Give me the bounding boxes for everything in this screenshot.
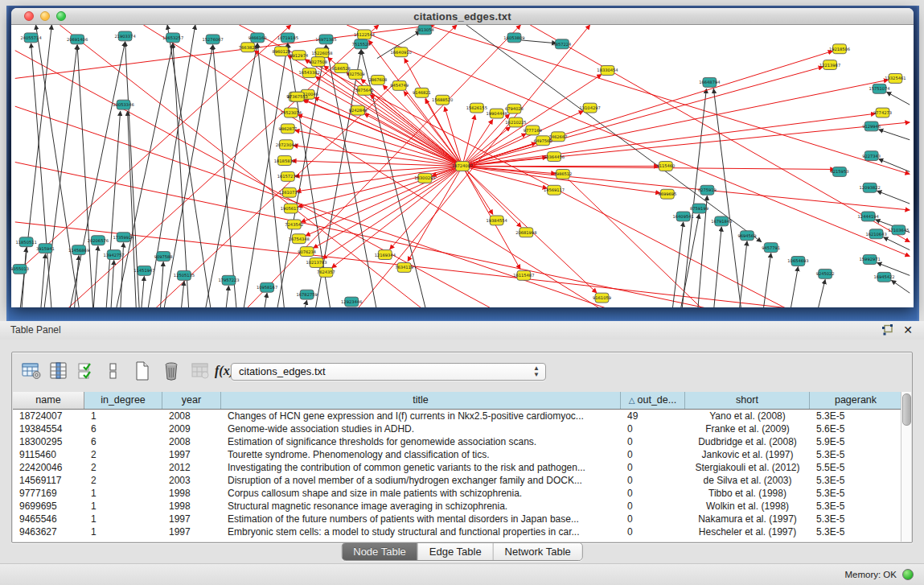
network-view-window[interactable]: citations_edges.txt 18724007766382289601… bbox=[11, 8, 914, 307]
graph-node[interactable]: 5875645 bbox=[355, 85, 374, 95]
graph-node[interactable]: 8759199 bbox=[690, 204, 708, 213]
graph-node[interactable]: 16640910 bbox=[391, 47, 412, 57]
graph-node[interactable]: 15276067 bbox=[203, 35, 224, 44]
graph-node[interactable]: 16115487 bbox=[513, 270, 534, 280]
graph-node[interactable]: 6275919 bbox=[698, 185, 717, 195]
scrollbar-thumb[interactable] bbox=[902, 393, 911, 426]
graph-node[interactable]: 7624357 bbox=[317, 267, 335, 277]
new-document-icon[interactable] bbox=[131, 360, 154, 382]
table-row[interactable]: 1938455462009Genome-wide association stu… bbox=[13, 422, 902, 435]
select-rows-icon[interactable] bbox=[75, 360, 97, 382]
float-panel-icon[interactable] bbox=[881, 324, 893, 336]
graph-node[interactable]: 9215953 bbox=[831, 167, 849, 176]
graph-node[interactable]: 12505135 bbox=[174, 270, 195, 280]
tab-node-table[interactable]: Node Table bbox=[342, 543, 418, 560]
graph-node[interactable]: 9466160 bbox=[248, 33, 267, 43]
graph-node[interactable]: 21903374 bbox=[114, 31, 135, 41]
graph-node[interactable]: 8912974 bbox=[290, 51, 308, 60]
network-canvas[interactable]: 1872400776638228960125891297415226058932… bbox=[11, 25, 914, 307]
graph-node[interactable]: 10653257 bbox=[162, 33, 183, 43]
tab-edge-table[interactable]: Edge Table bbox=[418, 543, 494, 560]
graph-node[interactable]: 7243542 bbox=[285, 220, 303, 229]
graph-node[interactable]: 7634119 bbox=[395, 262, 413, 272]
graph-node[interactable]: 3915941 bbox=[36, 244, 55, 253]
table-row[interactable]: 969969511998Structural magnetic resonanc… bbox=[13, 500, 902, 513]
graph-node[interactable]: 10958167 bbox=[257, 282, 277, 292]
graph-node[interactable]: 20681998 bbox=[515, 228, 536, 237]
graph-node[interactable]: 20723044 bbox=[276, 140, 297, 150]
graph-node[interactable]: 7663822 bbox=[239, 43, 257, 52]
graph-node[interactable]: 11456869 bbox=[68, 245, 89, 255]
graph-node[interactable]: 16782759 bbox=[297, 290, 318, 299]
graph-node[interactable]: 20691406 bbox=[67, 35, 88, 44]
table-row[interactable]: 946362711997Embryonic stem cells: a mode… bbox=[13, 525, 902, 538]
graph-node[interactable]: 8813054 bbox=[416, 25, 434, 35]
graph-node[interactable]: 19384554 bbox=[487, 216, 507, 225]
graph-node[interactable]: 19218506 bbox=[829, 44, 850, 54]
graph-node[interactable]: 8960125 bbox=[272, 47, 290, 56]
close-panel-icon[interactable]: ✕ bbox=[903, 323, 913, 337]
graph-node[interactable]: 17957223 bbox=[218, 275, 239, 285]
graph-node[interactable]: 16971385 bbox=[315, 35, 336, 44]
column-header-title[interactable]: title bbox=[221, 392, 621, 409]
graph-node[interactable]: 13942757 bbox=[104, 250, 125, 260]
graph-node[interactable]: 9129946 bbox=[862, 122, 881, 131]
graph-node[interactable]: 9076234 bbox=[298, 247, 316, 257]
graph-node[interactable]: 10654693 bbox=[787, 257, 808, 266]
window-titlebar[interactable]: citations_edges.txt bbox=[11, 8, 914, 25]
graph-node[interactable]: 9242848 bbox=[349, 105, 368, 115]
column-header-name[interactable]: name bbox=[13, 392, 84, 409]
graph-node[interactable]: 16053809 bbox=[503, 33, 524, 43]
graph-node[interactable]: 16157278 bbox=[277, 171, 298, 181]
graph-node[interactable]: 7986512 bbox=[553, 169, 572, 179]
vertical-scrollbar[interactable] bbox=[901, 392, 911, 542]
delete-trash-icon[interactable] bbox=[160, 360, 183, 382]
graph-node[interactable]: 9774273 bbox=[873, 108, 892, 117]
graph-node[interactable]: 15226058 bbox=[311, 48, 332, 58]
graph-node[interactable]: 9245022 bbox=[816, 269, 835, 278]
graph-node[interactable]: 9115460 bbox=[656, 162, 675, 171]
graph-node[interactable]: 9457791 bbox=[762, 243, 780, 253]
graph-node[interactable]: 6794028 bbox=[505, 104, 524, 113]
graph-node[interactable]: 9355013 bbox=[11, 264, 29, 274]
graph-node[interactable]: 15626155 bbox=[466, 103, 487, 113]
graph-node[interactable]: 13325461 bbox=[885, 73, 906, 83]
graph-node[interactable]: 2867608 bbox=[368, 75, 387, 84]
graph-node[interactable]: 9327508 bbox=[309, 57, 327, 67]
graph-node[interactable]: 16648794 bbox=[699, 77, 720, 87]
table-row[interactable]: 911546021997Tourette syndrome. Phenomeno… bbox=[13, 448, 902, 461]
column-header-pagerank[interactable]: pagerank bbox=[810, 392, 902, 409]
graph-node[interactable]: 7515526 bbox=[352, 39, 371, 49]
graph-node[interactable]: 16543382 bbox=[299, 68, 320, 78]
graph-node[interactable]: 12213987 bbox=[819, 60, 840, 70]
column-header-out-de-[interactable]: △out_de... bbox=[621, 392, 685, 409]
tab-network-table[interactable]: Network Table bbox=[494, 543, 582, 560]
table-select-combobox[interactable]: citations_edges.txt ▲▼ bbox=[231, 363, 546, 381]
graph-node[interactable]: 8454749 bbox=[390, 80, 409, 90]
graph-node[interactable]: 15688520 bbox=[432, 95, 453, 105]
table-row[interactable]: 1830029562008Estimation of significance … bbox=[13, 435, 902, 448]
graph-node[interactable]: 20053346 bbox=[113, 100, 134, 109]
graph-node[interactable]: 9327509 bbox=[347, 70, 365, 80]
table-row[interactable]: 1456911722003Disruption of a novel membe… bbox=[13, 474, 902, 487]
graph-node[interactable]: 7857224 bbox=[552, 39, 571, 49]
graph-node[interactable]: 9777169 bbox=[524, 126, 542, 135]
graph-node[interactable]: 9227343 bbox=[862, 151, 881, 161]
table-row[interactable]: 2242004622012Investigating the contribut… bbox=[13, 461, 902, 474]
column-header-in-degree[interactable]: in_degree bbox=[84, 392, 162, 409]
graph-node[interactable]: 11850511 bbox=[16, 237, 37, 247]
graph-node[interactable]: 12169344 bbox=[375, 250, 396, 260]
select-column-icon[interactable] bbox=[47, 360, 70, 382]
column-header-short[interactable]: short bbox=[685, 392, 810, 409]
graph-node[interactable]: 19904448 bbox=[487, 109, 507, 118]
graph-node[interactable]: 9699695 bbox=[658, 189, 676, 199]
graph-node[interactable]: 14569117 bbox=[544, 185, 565, 195]
graph-node[interactable]: 7462667 bbox=[549, 132, 568, 142]
graph-node[interactable]: 18185832 bbox=[274, 156, 295, 166]
table-row[interactable]: 946554611997Estimation of the future num… bbox=[13, 513, 902, 525]
graph-node[interactable]: 17103645 bbox=[888, 225, 909, 235]
graph-node[interactable]: 16409541 bbox=[673, 212, 694, 221]
graph-node[interactable]: 9161059 bbox=[593, 293, 611, 303]
column-pair-icon[interactable] bbox=[102, 360, 125, 382]
graph-node[interactable]: 9097588 bbox=[154, 252, 173, 262]
